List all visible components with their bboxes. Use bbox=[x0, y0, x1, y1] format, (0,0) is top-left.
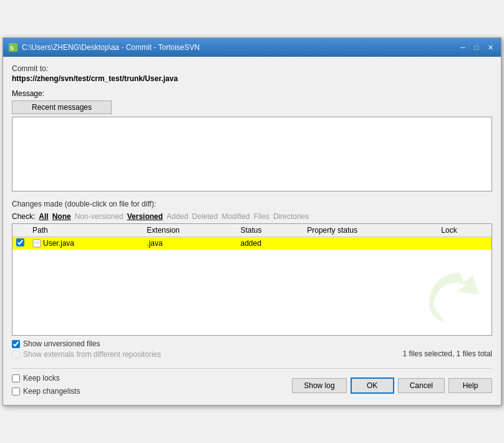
keep-changelists-checkbox[interactable] bbox=[12, 387, 20, 396]
recent-messages-button[interactable]: Recent messages bbox=[12, 100, 112, 114]
changes-label: Changes made (double-click on file for d… bbox=[12, 200, 492, 208]
footer-left: Keep locks Keep changelists bbox=[12, 374, 80, 397]
title-bar: S C:\Users\ZHENG\Desktop\aa - Commit - T… bbox=[3, 38, 501, 57]
check-all-link[interactable]: All bbox=[39, 212, 48, 221]
check-versioned-link[interactable]: Versioned bbox=[127, 212, 163, 221]
show-unversioned-row: Show unversioned files bbox=[12, 339, 161, 348]
keep-changelists-label: Keep changelists bbox=[23, 387, 80, 396]
title-bar-left: S C:\Users\ZHENG\Desktop\aa - Commit - T… bbox=[8, 42, 200, 52]
svn-watermark bbox=[423, 266, 485, 329]
close-button[interactable]: ✕ bbox=[485, 42, 496, 53]
check-added-link[interactable]: Added bbox=[167, 212, 188, 221]
check-deleted-link[interactable]: Deleted bbox=[192, 212, 218, 221]
show-log-button[interactable]: Show log bbox=[292, 378, 346, 393]
app-icon: S bbox=[8, 42, 18, 52]
message-textarea[interactable] bbox=[12, 117, 492, 192]
check-directories-link[interactable]: Directories bbox=[273, 212, 309, 221]
keep-locks-checkbox[interactable] bbox=[12, 374, 20, 382]
show-externals-label: Show externals from different repositori… bbox=[23, 350, 161, 359]
file-count: 1 files selected, 1 files total bbox=[403, 349, 492, 358]
row-extension: .java bbox=[143, 237, 236, 250]
message-label: Message: bbox=[12, 89, 492, 98]
commit-to-label: Commit to: bbox=[12, 64, 492, 73]
check-nonversioned-link[interactable]: Non-versioned bbox=[75, 212, 124, 221]
file-table: Path Extension Status Property status Lo… bbox=[12, 224, 492, 250]
footer-row: Keep locks Keep changelists Show log OK … bbox=[12, 374, 492, 397]
check-files-link[interactable]: Files bbox=[254, 212, 269, 221]
row-status: added bbox=[236, 237, 303, 250]
check-row: Check: All None Non-versioned Versioned … bbox=[12, 212, 492, 221]
window-body: Commit to: https://zheng/svn/test/crm_te… bbox=[3, 57, 501, 405]
window-title: C:\Users\ZHENG\Desktop\aa - Commit - Tor… bbox=[22, 43, 200, 52]
check-modified-link[interactable]: Modified bbox=[221, 212, 250, 221]
col-status: Status bbox=[236, 224, 303, 237]
main-window: S C:\Users\ZHENG\Desktop\aa - Commit - T… bbox=[2, 37, 502, 406]
table-row[interactable]: User.java.javaadded bbox=[12, 237, 492, 250]
col-property-status: Property status bbox=[303, 224, 437, 237]
title-bar-controls: ─ □ ✕ bbox=[457, 42, 496, 53]
file-icon bbox=[32, 239, 41, 248]
minimize-button[interactable]: ─ bbox=[457, 42, 468, 53]
keep-locks-label: Keep locks bbox=[23, 374, 60, 382]
col-checkbox bbox=[12, 224, 29, 237]
cancel-button[interactable]: Cancel bbox=[398, 378, 445, 393]
show-unversioned-label: Show unversioned files bbox=[23, 339, 100, 348]
svg-text:S: S bbox=[10, 45, 14, 51]
col-path: Path bbox=[29, 224, 143, 237]
show-externals-row: Show externals from different repositori… bbox=[12, 350, 161, 359]
row-property-status bbox=[303, 237, 437, 250]
show-externals-checkbox[interactable] bbox=[12, 351, 20, 359]
row-checkbox[interactable] bbox=[16, 238, 24, 246]
show-unversioned-checkbox[interactable] bbox=[12, 340, 20, 348]
bottom-section: Show unversioned files Show externals fr… bbox=[12, 339, 492, 363]
row-path: User.java bbox=[29, 237, 143, 250]
file-table-container: Path Extension Status Property status Lo… bbox=[12, 223, 492, 336]
check-none-link[interactable]: None bbox=[52, 212, 71, 221]
help-button[interactable]: Help bbox=[448, 378, 492, 393]
bottom-checkboxes: Show unversioned files Show externals fr… bbox=[12, 339, 161, 361]
maximize-button[interactable]: □ bbox=[471, 42, 482, 53]
col-extension: Extension bbox=[143, 224, 236, 237]
divider bbox=[12, 368, 492, 369]
commit-to-url: https://zheng/svn/test/crm_test/trunk/Us… bbox=[12, 74, 492, 83]
check-label: Check: bbox=[12, 212, 35, 221]
ok-button[interactable]: OK bbox=[351, 377, 394, 394]
footer-buttons: Show log OK Cancel Help bbox=[292, 377, 492, 394]
row-lock bbox=[437, 237, 492, 250]
keep-locks-row: Keep locks bbox=[12, 374, 80, 382]
keep-changelists-row: Keep changelists bbox=[12, 387, 80, 396]
col-lock: Lock bbox=[437, 224, 492, 237]
